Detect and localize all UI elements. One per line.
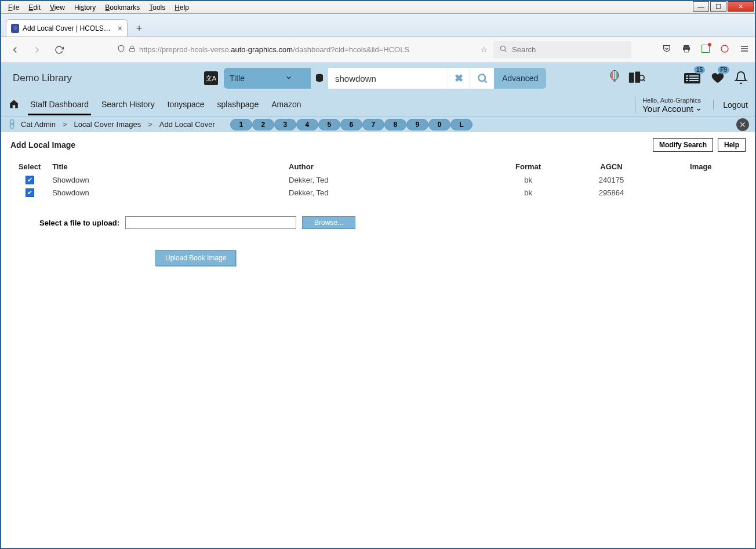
menu-edit[interactable]: Edit — [24, 2, 45, 13]
forward-button[interactable] — [29, 42, 45, 58]
hamburger-menu-icon[interactable] — [740, 44, 749, 55]
bookmark-star-icon[interactable]: ☆ — [481, 45, 488, 54]
crumb-local-cover-images[interactable]: Local Cover Images — [74, 120, 141, 129]
browser-toolbar-icons — [662, 44, 749, 55]
window-minimize-button[interactable]: — — [693, 1, 709, 12]
crumb-cat-admin[interactable]: Cat Admin — [21, 120, 56, 129]
page-3[interactable]: 3 — [274, 119, 296, 130]
account-dropdown[interactable]: Your Account — [642, 104, 702, 114]
advanced-search-button[interactable]: Advanced — [494, 68, 546, 89]
col-title: Title — [49, 160, 285, 173]
col-format: Format — [490, 160, 566, 173]
page-6[interactable]: 6 — [340, 119, 362, 130]
upload-book-image-button[interactable]: Upload Book Image — [155, 250, 236, 266]
nav-search-history[interactable]: Search History — [99, 95, 157, 115]
heart-badge: F9 — [718, 66, 729, 74]
svg-point-5 — [721, 45, 728, 52]
menu-file[interactable]: File — [3, 2, 24, 13]
cell-agcn: 240175 — [566, 173, 656, 186]
file-path-input[interactable] — [125, 216, 296, 229]
svg-rect-18 — [686, 80, 688, 81]
bell-icon[interactable] — [734, 70, 748, 87]
logout-link[interactable]: Logout — [713, 100, 748, 110]
col-image: Image — [656, 160, 746, 173]
new-tab-button[interactable]: + — [131, 20, 147, 37]
browser-tab[interactable]: ⁘ Add Local Cover | HCOLS | HCO × — [6, 19, 128, 37]
chain-icon: 🔗 — [5, 118, 18, 131]
tab-strip: ⁘ Add Local Cover | HCOLS | HCO × + — [1, 14, 755, 37]
col-agcn: AGCN — [566, 160, 656, 173]
page-8[interactable]: 8 — [384, 119, 406, 130]
svg-rect-17 — [689, 78, 699, 79]
page-1[interactable]: 1 — [230, 119, 252, 130]
nav-splashpage[interactable]: splashpage — [215, 95, 261, 115]
search-icon — [499, 45, 507, 54]
nav-amazon[interactable]: Amazon — [269, 95, 303, 115]
search-submit-button[interactable] — [470, 68, 494, 89]
clear-search-button[interactable]: ✖ — [448, 68, 470, 89]
app-header: Demo Library 文A Title ✖ Advanced 1 — [1, 63, 755, 94]
catalog-search-input[interactable] — [328, 68, 448, 89]
window-close-button[interactable]: ✕ — [728, 1, 754, 12]
cell-format: bk — [490, 173, 566, 186]
balloon-icon[interactable] — [609, 70, 620, 87]
database-icon[interactable] — [311, 72, 328, 84]
header-icons: 15 F9 — [609, 70, 748, 87]
svg-rect-4 — [685, 49, 689, 52]
back-button[interactable] — [7, 42, 23, 58]
home-icon[interactable] — [8, 99, 20, 112]
resources-icon[interactable] — [628, 70, 645, 87]
extension-icon-1[interactable] — [702, 45, 710, 54]
heart-icon[interactable]: F9 — [710, 71, 726, 86]
nav-staff-dashboard[interactable]: Staff Dashboard — [28, 95, 91, 115]
list-icon[interactable]: 15 — [684, 71, 702, 86]
url-text: https://preprod-hcols-verso.auto-graphic… — [139, 45, 409, 54]
svg-rect-14 — [686, 75, 688, 77]
menu-history[interactable]: History — [70, 2, 100, 13]
page-4[interactable]: 4 — [296, 119, 318, 130]
tab-close-button[interactable]: × — [118, 24, 122, 33]
browser-search-box[interactable]: Search — [493, 41, 631, 59]
favicon-icon: ⁘ — [11, 24, 19, 33]
menu-tools[interactable]: Tools — [144, 2, 170, 13]
address-bar[interactable]: https://preprod-hcols-verso.auto-graphic… — [114, 41, 450, 59]
browse-button[interactable]: Browse... — [302, 216, 355, 229]
upload-label: Select a file to upload: — [39, 219, 119, 227]
cell-title: Showdown — [49, 173, 285, 186]
print-icon[interactable] — [682, 44, 691, 55]
menu-bookmarks[interactable]: Bookmarks — [100, 2, 144, 13]
svg-rect-15 — [689, 75, 699, 77]
menu-view[interactable]: View — [45, 2, 70, 13]
browser-menu-bar: File Edit View History Bookmarks Tools H… — [1, 1, 755, 14]
page-L[interactable]: L — [450, 119, 472, 130]
nav-tonyspace[interactable]: tonyspace — [165, 95, 207, 115]
page-7[interactable]: 7 — [362, 119, 384, 130]
page-2[interactable]: 2 — [252, 119, 274, 130]
help-button[interactable]: Help — [718, 138, 746, 152]
pocket-icon[interactable] — [662, 44, 671, 55]
svg-rect-10 — [629, 72, 634, 83]
svg-rect-19 — [689, 80, 699, 81]
window-maximize-button[interactable]: ☐ — [710, 1, 726, 12]
search-field-dropdown[interactable]: Title — [224, 68, 311, 89]
close-breadcrumb-button[interactable]: ✕ — [736, 118, 749, 131]
extension-icon-2[interactable] — [720, 44, 729, 55]
lock-icon — [129, 45, 136, 54]
brand-title: Demo Library — [13, 72, 198, 84]
search-placeholder: Search — [512, 45, 536, 54]
crumb-add-local-cover[interactable]: Add Local Cover — [159, 120, 215, 129]
page-9[interactable]: 9 — [406, 119, 428, 130]
row-checkbox[interactable]: ✔ — [26, 176, 34, 184]
translate-icon[interactable]: 文A — [204, 71, 218, 85]
greeting-text: Hello, Auto-Graphics — [642, 97, 702, 104]
cell-author: Dekker, Ted — [285, 186, 490, 199]
modify-search-button[interactable]: Modify Search — [653, 138, 713, 152]
menu-help[interactable]: Help — [170, 2, 194, 13]
col-select: Select — [10, 160, 49, 173]
reload-button[interactable] — [51, 42, 67, 58]
chevron-down-icon — [285, 74, 292, 83]
page-title: Add Local Image — [10, 140, 75, 150]
page-5[interactable]: 5 — [318, 119, 340, 130]
row-checkbox[interactable]: ✔ — [26, 188, 34, 197]
page-0[interactable]: 0 — [428, 119, 450, 130]
